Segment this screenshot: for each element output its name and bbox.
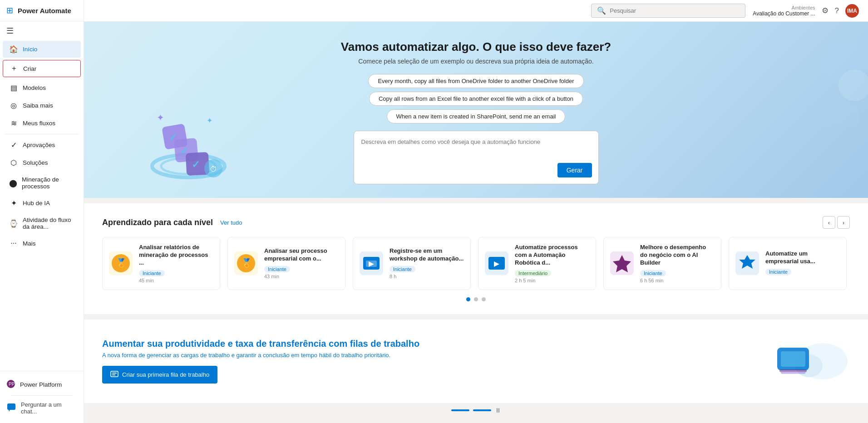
dot-1[interactable] [474,297,478,301]
dot-2[interactable] [482,297,486,301]
env-name: Avaliação do Customer ... [753,10,815,17]
settings-icon[interactable]: ⚙ [822,6,829,15]
svg-rect-36 [781,351,805,367]
learning-card-4[interactable]: Melhore o desempenho do negócio com o AI… [603,237,721,290]
sidebar-item-meus-fluxos-label: Meus fluxos [23,120,55,127]
menu-icon[interactable]: ☰ [0,21,84,40]
svg-text:✓: ✓ [169,132,177,143]
avatar[interactable]: IMA [845,4,859,18]
learning-card-5[interactable]: Automatize um empresarial usa... Inician… [729,237,847,290]
card-badge-3: Intermediário [515,270,551,276]
search-bar[interactable]: 🔍 [591,4,745,18]
sidebar-item-criar[interactable]: + Criar [3,60,81,77]
sidebar-item-meus-fluxos[interactable]: ≋ Meus fluxos [3,115,81,132]
card-badge-2: Iniciante [390,266,415,272]
queue-text: Aumentar sua produtividade e taxa de tra… [102,339,419,384]
grid-icon: ⊞ [6,5,13,15]
nav-separator-2 [11,395,73,396]
search-input[interactable] [610,7,740,14]
sidebar-item-hub-ia[interactable]: ✦ Hub de IA [3,195,81,212]
card-icon-1: 🏅 [234,251,258,275]
card-body-4: Melhore o desempenho do negócio com o AI… [640,244,715,283]
suggestion-btn-0[interactable]: Every month, copy all files from OneDriv… [368,74,583,88]
sidebar-item-modelos[interactable]: ▤ Modelos [3,79,81,96]
carousel-prev-btn[interactable]: ‹ [823,216,835,229]
nav-separator-1 [5,134,79,134]
queue-create-btn[interactable]: Criar sua primeira fila de trabalho [102,366,217,384]
sidebar-item-atividade[interactable]: ⌚ Atividade do fluxo da área... [3,212,81,234]
sidebar-item-mais[interactable]: ··· Mais [3,235,81,251]
card-icon-5 [735,251,759,275]
card-icon-2 [360,251,383,275]
svg-rect-30 [111,371,118,377]
svg-marker-3 [9,410,10,412]
suggestion-btn-2[interactable]: When a new item is created in SharePoint… [387,109,566,123]
card-body-1: Analisar seu processo empresarial com o.… [264,247,339,279]
carousel-next-btn[interactable]: › [837,216,850,229]
card-title-2: Registre-se em um workshop de automação.… [390,247,464,263]
card-title-4: Melhore o desempenho do negócio com o AI… [640,244,715,267]
svg-marker-29 [739,255,755,269]
card-body-3: Automatize processos com a Automação Rob… [515,244,589,283]
saiba-icon: ◎ [9,101,18,110]
svg-rect-2 [7,403,15,410]
card-title-5: Automatize um empresarial usa... [765,250,840,266]
card-badge-0: Iniciante [139,270,165,276]
progress-seg-0 [451,409,469,411]
learning-card-0[interactable]: 🏅 Analisar relatórios de mineração de pr… [102,237,220,290]
queue-illustration [750,334,850,389]
plus-icon: + [10,64,19,73]
sidebar-item-solucoes[interactable]: ⬡ Soluções [3,154,81,171]
card-body-2: Registre-se em um workshop de automação.… [390,247,464,279]
sidebar-item-saiba-label: Saiba mais [23,102,53,109]
learning-card-1[interactable]: 🏅 Analisar seu processo empresarial com … [227,237,345,290]
sidebar-item-saiba[interactable]: ◎ Saiba mais [3,97,81,114]
card-time-0: 45 min [139,278,213,283]
card-title-1: Analisar seu processo empresarial com o.… [264,247,339,263]
card-icon-0: 🏅 [109,251,133,275]
card-time-2: 8 h [390,274,464,279]
svg-rect-31 [112,373,117,374]
sidebar-item-modelos-label: Modelos [23,84,46,91]
sidebar-item-aprovacoes[interactable]: ✓ Aprovações [3,137,81,153]
mais-icon: ··· [9,239,18,247]
card-badge-4: Iniciante [640,270,666,276]
gerar-button[interactable]: Gerar [557,163,592,177]
card-icon-3 [485,251,508,275]
carousel-nav: ‹ › [823,216,850,229]
learning-card-2[interactable]: Registre-se em um workshop de automação.… [353,237,471,290]
app-title: Power Automate [18,7,71,15]
queue-section: Aumentar sua produtividade e taxa de tra… [84,320,868,403]
sidebar-item-solucoes-label: Soluções [23,159,48,166]
svg-text:🏅: 🏅 [241,258,252,269]
topbar: 🔍 Ambientes Avaliação do Customer ... ⚙ … [84,0,868,22]
svg-marker-28 [613,255,631,272]
queue-title: Aumentar sua produtividade e taxa de tra… [102,339,419,349]
hero-illustration: ✓ ✓ ✓ ✦ ✦ ⏱ [138,98,238,198]
progress-bar-row: ⏸ [84,403,868,418]
sidebar-item-inicio[interactable]: 🏠 Início [3,41,81,58]
card-body-5: Automatize um empresarial usa... Inician… [765,250,840,276]
svg-text:✓: ✓ [180,145,188,157]
sidebar-item-power-platform[interactable]: PP Power Platform [6,376,77,393]
sidebar-item-mais-label: Mais [23,240,36,247]
ver-tudo-link[interactable]: Ver tudo [220,219,242,226]
cards-row: 🏅 Analisar relatórios de mineração de pr… [102,237,850,290]
help-icon[interactable]: ? [835,6,839,15]
env-label: Ambientes [753,5,815,10]
svg-text:✦: ✦ [207,117,212,124]
card-title-3: Automatize processos com a Automação Rob… [515,244,589,267]
chat-button[interactable]: Perguntar a um chat... [6,398,77,418]
dot-0[interactable] [466,297,470,301]
sidebar-item-atividade-label: Atividade do fluxo da área... [23,216,74,230]
svg-rect-32 [112,374,115,375]
power-platform-label: Power Platform [20,381,62,388]
aprovacoes-icon: ✓ [9,141,18,149]
sidebar: ⊞ Power Automate ☰ 🏠 Início + Criar ▤ Mo… [0,0,84,423]
main-content: 🔍 Ambientes Avaliação do Customer ... ⚙ … [84,0,868,423]
sidebar-item-mineracao[interactable]: ⬤ Mineração de processos [3,172,81,194]
progress-pause-icon: ⏸ [495,407,501,414]
suggestion-btn-1[interactable]: Copy all rows from an Excel file to anot… [369,92,583,106]
learning-card-3[interactable]: Automatize processos com a Automação Rob… [478,237,596,290]
describe-textarea[interactable] [361,138,591,175]
